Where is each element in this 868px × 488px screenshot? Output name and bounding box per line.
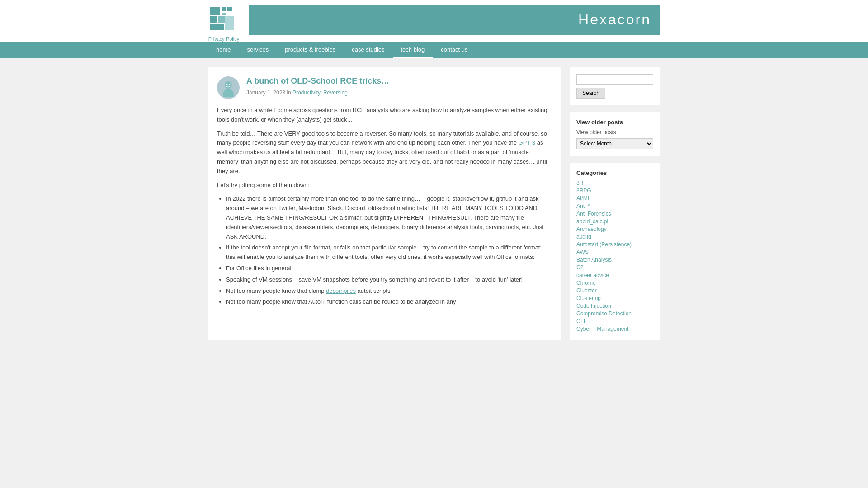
svg-rect-3 [222, 13, 226, 15]
bullet-vm: Speaking of VM sessions – save VM snapsh… [226, 275, 552, 285]
bullet-1: In 2022 there is almost certainly more t… [226, 194, 552, 241]
svg-rect-4 [210, 16, 217, 23]
nav-services[interactable]: services [239, 42, 277, 58]
post-category-reversing[interactable]: Reversing [323, 89, 348, 96]
category-link-auditd[interactable]: auditd [576, 234, 653, 240]
category-link-cyber---management[interactable]: Cyber – Management [576, 326, 653, 332]
post-category-productivity[interactable]: Productivity [292, 89, 320, 96]
gpt3-link[interactable]: GPT-3 [519, 139, 536, 146]
category-link-archaeology[interactable]: Archaeology [576, 226, 653, 232]
category-link-anti-forensics[interactable]: Anti-Forensics [576, 211, 653, 217]
svg-rect-0 [210, 7, 220, 15]
category-link-cluester[interactable]: Cluester [576, 287, 653, 294]
category-link-ai-ml[interactable]: AI/ML [576, 195, 653, 202]
category-link-clustering[interactable]: Clustering [576, 295, 653, 301]
decompiles-link[interactable]: decompiles [326, 287, 356, 294]
svg-rect-1 [222, 7, 226, 11]
bullet-2: If the tool doesn't accept your file for… [226, 243, 552, 262]
search-box: Search [570, 67, 660, 105]
category-link-3rpg[interactable]: 3RPG [576, 188, 653, 194]
search-input[interactable] [576, 74, 653, 85]
nav-tech-blog[interactable]: tech blog [393, 42, 433, 58]
category-link-batch-analysis[interactable]: Batch Analysis [576, 257, 653, 263]
category-link-code-injection[interactable]: Code Injection [576, 303, 653, 309]
post-paragraph-2: Truth be told… There are VERY good tools… [217, 129, 552, 176]
older-posts-box: View older posts View older posts Select… [570, 112, 660, 156]
older-posts-subtitle: View older posts [576, 129, 653, 136]
logo-area: Privacy Policy [208, 5, 240, 42]
sidebar: Search View older posts View older posts… [570, 67, 660, 340]
category-link-c2[interactable]: C2 [576, 264, 653, 271]
bullet-autoit: Not too many people know that AutoIT fun… [226, 297, 552, 307]
category-link-compromise-detection[interactable]: Compromise Detection [576, 310, 653, 317]
month-select[interactable]: Select Month [576, 138, 653, 149]
category-link-chrome[interactable]: Chrome [576, 280, 653, 286]
privacy-policy-link[interactable]: Privacy Policy [208, 36, 239, 42]
categories-title: Categories [576, 169, 653, 176]
hexacorn-title: Hexacorn [578, 11, 651, 28]
category-link-3r[interactable]: 3R [576, 180, 653, 186]
nav-home[interactable]: home [208, 42, 239, 58]
nav-products[interactable]: products & freebies [277, 42, 344, 58]
svg-point-11 [229, 84, 231, 85]
older-posts-title: View older posts [576, 119, 653, 126]
logo-svg [208, 5, 240, 36]
post-meta: January 1, 2023 in Productivity, Reversi… [217, 89, 552, 96]
author-avatar [217, 76, 240, 99]
svg-point-10 [226, 84, 228, 85]
categories-list: 3R3RPGAI/MLAnti-*Anti-Forensicsappid_cal… [576, 180, 653, 332]
nav-case-studies[interactable]: case studies [344, 42, 392, 58]
categories-box: Categories 3R3RPGAI/MLAnti-*Anti-Forensi… [570, 163, 660, 340]
main-bullets: In 2022 there is almost certainly more t… [226, 194, 552, 307]
bullet-office: For Office files in general: [226, 264, 552, 273]
svg-rect-5 [218, 16, 225, 23]
category-link-anti--[interactable]: Anti-* [576, 203, 653, 209]
search-button[interactable]: Search [576, 88, 605, 99]
svg-rect-6 [210, 24, 224, 30]
svg-rect-7 [225, 16, 234, 30]
post-body: Every once in a while I come across ques… [217, 106, 552, 307]
post-paragraph-3: Let's try jotting some of them down: [217, 181, 552, 190]
content-area: A bunch of OLD-School RCE tricks… Januar… [208, 67, 561, 340]
category-link-autostart--persistence-[interactable]: Autostart (Persistence) [576, 241, 653, 248]
bullet-decompiles: Not too many people know that clamp deco… [226, 286, 552, 296]
category-link-career-advice[interactable]: career advice [576, 272, 653, 278]
post-paragraph-1: Every once in a while I come across ques… [217, 106, 552, 125]
svg-point-8 [225, 81, 232, 89]
svg-point-9 [223, 89, 234, 97]
category-link-ctf[interactable]: CTF [576, 318, 653, 324]
category-link-appid-calc-pl[interactable]: appid_calc.pl [576, 218, 653, 225]
category-link-aws[interactable]: AWS [576, 249, 653, 255]
nav-contact[interactable]: contact us [433, 42, 476, 58]
post-title: A bunch of OLD-School RCE tricks… [217, 76, 552, 86]
svg-rect-2 [227, 7, 232, 11]
nav-bar: home services products & freebies case s… [0, 42, 868, 58]
